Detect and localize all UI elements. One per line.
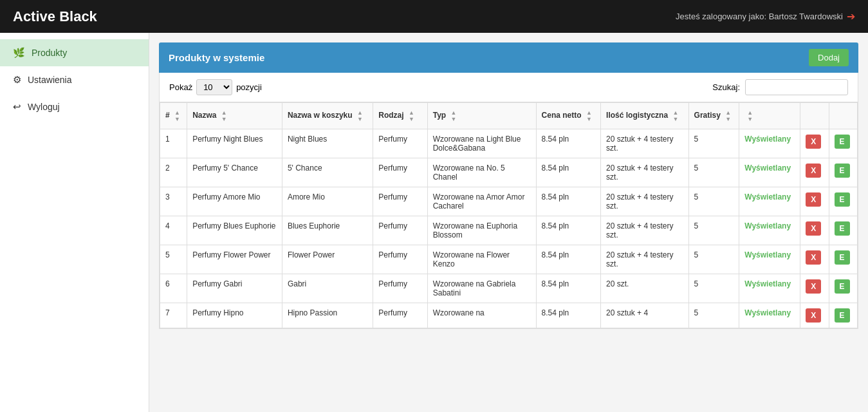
cell-edit: E <box>829 303 857 328</box>
cell-status: Wyświetlany <box>739 187 800 216</box>
sidebar-item-ustawienia[interactable]: ⚙ Ustawienia <box>0 66 149 93</box>
edit-button[interactable]: E <box>835 250 850 265</box>
col-header-del <box>800 103 829 129</box>
delete-button[interactable]: X <box>806 164 821 178</box>
table-row: 2 Perfumy 5' Chance 5' Chance Perfumy Wz… <box>160 158 858 187</box>
delete-button[interactable]: X <box>806 221 821 236</box>
sort-icon-nazwa: ▲▼ <box>221 109 227 122</box>
delete-button[interactable]: X <box>806 135 821 149</box>
sort-icon-gratisy: ▲▼ <box>725 109 731 122</box>
edit-button[interactable]: E <box>835 164 850 178</box>
cell-num: 6 <box>160 274 187 303</box>
products-table: # ▲▼ Nazwa ▲▼ Nazwa w koszyku ▲▼ Rodza <box>160 102 858 328</box>
cell-cart: Gabri <box>282 274 373 303</box>
cell-nazwa: Perfumy Flower Power <box>187 245 282 274</box>
cell-cart: Flower Power <box>282 245 373 274</box>
edit-button[interactable]: E <box>835 135 850 149</box>
cell-cena: 8.54 pln <box>536 303 601 328</box>
search-label: Szukaj: <box>712 82 740 92</box>
cell-typ: Wzorowane na Amor Amor Cacharel <box>427 187 536 216</box>
delete-button[interactable]: X <box>806 192 821 207</box>
app-title: Active Black <box>13 8 97 25</box>
cell-nazwa: Perfumy 5' Chance <box>187 158 282 187</box>
cell-status: Wyświetlany <box>739 216 800 245</box>
cell-status: Wyświetlany <box>739 158 800 187</box>
cell-ilosc: 20 sztuk + 4 testery szt. <box>601 187 688 216</box>
status-badge: Wyświetlany <box>744 221 791 230</box>
ustawienia-icon: ⚙ <box>13 74 21 86</box>
cell-cart: Blues Euphorie <box>282 216 373 245</box>
edit-button[interactable]: E <box>835 221 850 236</box>
cell-num: 1 <box>160 129 187 158</box>
add-button[interactable]: Dodaj <box>809 49 849 66</box>
per-page-label: pozycji <box>236 82 262 92</box>
cell-cena: 8.54 pln <box>536 158 601 187</box>
logout-icon: ➔ <box>847 10 855 23</box>
cell-num: 2 <box>160 158 187 187</box>
header: Active Black Jesteś zalogowany jako: Bar… <box>0 0 868 33</box>
col-header-status[interactable]: ▲▼ <box>739 103 800 129</box>
cell-cena: 8.54 pln <box>536 129 601 158</box>
cell-delete: X <box>800 274 829 303</box>
status-badge: Wyświetlany <box>744 279 791 288</box>
table-row: 3 Perfumy Amore Mio Amore Mio Perfumy Wz… <box>160 187 858 216</box>
col-header-edit <box>829 103 857 129</box>
delete-button[interactable]: X <box>806 250 821 265</box>
col-header-typ[interactable]: Typ ▲▼ <box>427 103 536 129</box>
col-header-num[interactable]: # ▲▼ <box>160 103 187 129</box>
status-badge: Wyświetlany <box>744 192 791 201</box>
col-header-cena[interactable]: Cena netto ▲▼ <box>536 103 601 129</box>
layout: 🌿 Produkty ⚙ Ustawienia ↩ Wyloguj Produk… <box>0 33 868 412</box>
col-header-gratisy[interactable]: Gratisy ▲▼ <box>688 103 739 129</box>
show-label: Pokaż <box>169 82 192 92</box>
table-row: 4 Perfumy Blues Euphorie Blues Euphorie … <box>160 216 858 245</box>
delete-button[interactable]: X <box>806 308 821 323</box>
cell-nazwa: Perfumy Blues Euphorie <box>187 216 282 245</box>
cell-status: Wyświetlany <box>739 245 800 274</box>
cell-num: 5 <box>160 245 187 274</box>
table-wrapper: # ▲▼ Nazwa ▲▼ Nazwa w koszyku ▲▼ Rodza <box>159 102 858 329</box>
cell-cart: 5' Chance <box>282 158 373 187</box>
cell-edit: E <box>829 129 857 158</box>
col-header-nazwa[interactable]: Nazwa ▲▼ <box>187 103 282 129</box>
edit-button[interactable]: E <box>835 308 850 323</box>
edit-button[interactable]: E <box>835 192 850 207</box>
cell-typ: Wzorowane na <box>427 303 536 328</box>
per-page-select[interactable]: 10 25 50 100 <box>196 79 232 95</box>
table-row: 6 Perfumy Gabri Gabri Perfumy Wzorowane … <box>160 274 858 303</box>
cell-delete: X <box>800 158 829 187</box>
cell-delete: X <box>800 129 829 158</box>
sidebar-item-wyloguj[interactable]: ↩ Wyloguj <box>0 93 149 120</box>
cell-ilosc: 20 sztuk + 4 testery szt. <box>601 129 688 158</box>
cell-gratisy: 5 <box>688 274 739 303</box>
sidebar-item-label: Ustawienia <box>28 75 71 85</box>
cell-rodzaj: Perfumy <box>373 303 427 328</box>
cell-gratisy: 5 <box>688 216 739 245</box>
cell-gratisy: 5 <box>688 187 739 216</box>
col-header-cart[interactable]: Nazwa w koszyku ▲▼ <box>282 103 373 129</box>
sidebar-item-produkty[interactable]: 🌿 Produkty <box>0 39 149 66</box>
status-badge: Wyświetlany <box>744 164 791 173</box>
cell-rodzaj: Perfumy <box>373 158 427 187</box>
cell-edit: E <box>829 187 857 216</box>
cell-nazwa: Perfumy Hipno <box>187 303 282 328</box>
cell-typ: Wzorowane na Gabriela Sabatini <box>427 274 536 303</box>
show-controls: Pokaż 10 25 50 100 pozycji <box>169 79 262 95</box>
cell-typ: Wzorowane na Flower Kenzo <box>427 245 536 274</box>
main-content: Produkty w systemie Dodaj Pokaż 10 25 50… <box>149 33 868 412</box>
search-input[interactable] <box>745 79 848 95</box>
cell-typ: Wzorowane na No. 5 Chanel <box>427 158 536 187</box>
edit-button[interactable]: E <box>835 279 850 294</box>
cell-nazwa: Perfumy Amore Mio <box>187 187 282 216</box>
table-row: 7 Perfumy Hipno Hipno Passion Perfumy Wz… <box>160 303 858 328</box>
col-header-rodzaj[interactable]: Rodzaj ▲▼ <box>373 103 427 129</box>
sidebar-item-label: Produkty <box>32 48 67 58</box>
col-header-ilosc[interactable]: Ilość logistyczna ▲▼ <box>601 103 688 129</box>
cell-cena: 8.54 pln <box>536 274 601 303</box>
cell-num: 3 <box>160 187 187 216</box>
cell-edit: E <box>829 274 857 303</box>
cell-typ: Wzorowane na Euphoria Blossom <box>427 216 536 245</box>
cell-ilosc: 20 sztuk + 4 testery szt. <box>601 245 688 274</box>
cell-edit: E <box>829 245 857 274</box>
delete-button[interactable]: X <box>806 279 821 294</box>
